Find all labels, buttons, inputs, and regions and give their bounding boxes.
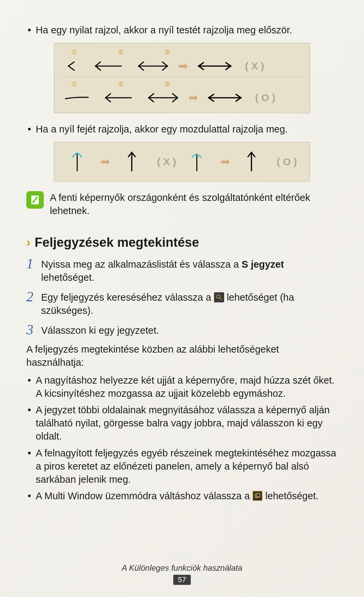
step-text: Válasszon ki egy jegyzetet. xyxy=(41,323,338,337)
step-text: Nyissa meg az alkalmazáslistát és válass… xyxy=(41,257,338,284)
step-label: ① xyxy=(71,48,77,57)
step-number: 2 xyxy=(26,290,41,317)
bullet-text: A nagyításhoz helyezze két ujját a képer… xyxy=(36,374,338,400)
arrow-two-stroke-head-icon xyxy=(67,150,87,173)
step-item: 2 Egy feljegyzés kereséséhez válassza a … xyxy=(26,290,338,317)
note-icon xyxy=(26,191,44,209)
page-number: 57 xyxy=(173,575,191,585)
bullet-marker: • xyxy=(26,24,36,37)
illustration-row-wrong: ➡ ( X ) xyxy=(62,58,302,74)
illustration-arrow-head: ➡ ( X ) ➡ ( O ) xyxy=(54,142,310,182)
illustration-row-right: ➡ ( O ) xyxy=(62,89,302,106)
step-label: ③ xyxy=(164,48,170,57)
svg-rect-3 xyxy=(256,494,260,497)
arrow-up-icon xyxy=(123,150,140,173)
result-arrow-icon: ➡ xyxy=(178,58,188,74)
result-arrow-icon: ➡ xyxy=(220,154,230,170)
note-callout: A fenti képernyők országonként és szolgá… xyxy=(26,191,338,217)
bullet-marker: • xyxy=(26,489,36,503)
paragraph-text: A feljegyzés megtekintése közben az aláb… xyxy=(26,343,338,369)
result-right-label: ( O ) xyxy=(255,91,275,105)
bullet-text: A jegyzet többi oldalainak megnyitásához… xyxy=(36,404,338,443)
step-number: 3 xyxy=(26,323,41,337)
bullet-marker: • xyxy=(26,447,36,486)
bullet-item: • A jegyzet többi oldalainak megnyitásáh… xyxy=(26,404,338,443)
bullet-item: • Ha egy nyilat rajzol, akkor a nyíl tes… xyxy=(26,24,338,37)
bullet-text: Ha a nyíl fejét rajzolja, akkor egy mozd… xyxy=(36,123,338,136)
bullet-text: A Multi Window üzemmódra váltáshoz válas… xyxy=(36,489,338,503)
note-text: A fenti képernyők országonként és szolgá… xyxy=(50,191,338,217)
page-content: • Ha egy nyilat rajzol, akkor a nyíl tes… xyxy=(26,24,338,503)
result-wrong-label: ( X ) xyxy=(157,155,176,169)
bullet-marker: • xyxy=(26,123,36,136)
sub-bullet-list: • A nagyításhoz helyezze két ujját a kép… xyxy=(26,374,338,503)
step-label: ① xyxy=(71,80,77,89)
result-arrow-icon: ➡ xyxy=(100,154,110,170)
result-arrow-icon: ➡ xyxy=(188,90,198,106)
arrow-bidir-icon xyxy=(145,89,182,106)
arrow-left-icon xyxy=(101,89,135,106)
page-footer: A Különleges funkciók használata 57 xyxy=(0,563,364,585)
step-item: 3 Válasszon ki egy jegyzetet. xyxy=(26,323,338,337)
step-numbers-row: ① ② ③ xyxy=(71,48,302,57)
bullet-item: • A nagyításhoz helyezze két ujját a kép… xyxy=(26,374,338,400)
step-text: Egy feljegyzés kereséséhez válassza a le… xyxy=(41,290,338,317)
step-label: ② xyxy=(118,80,124,89)
bullet-item: • A felnagyított feljegyzés egyéb részei… xyxy=(26,447,338,486)
bullet-text: Ha egy nyilat rajzol, akkor a nyíl testé… xyxy=(36,24,338,37)
arrow-single-stroke-head-icon xyxy=(187,150,207,173)
search-icon xyxy=(214,292,224,302)
bullet-marker: • xyxy=(26,374,36,400)
arrow-left-icon xyxy=(91,58,125,74)
footer-section-title: A Különleges funkciók használata xyxy=(0,563,364,573)
step-item: 1 Nyissa meg az alkalmazáslistát és vála… xyxy=(26,257,338,284)
section-title: Feljegyzések megtekintése xyxy=(35,234,199,251)
arrow-up-icon xyxy=(243,150,260,173)
step-label: ③ xyxy=(164,80,170,89)
chevron-icon: › xyxy=(26,234,31,251)
result-right-label: ( O ) xyxy=(277,155,297,169)
line-stroke-icon xyxy=(62,89,92,106)
bullet-item: • A Multi Window üzemmódra váltáshoz vál… xyxy=(26,489,338,503)
step-numbers-row: ① ② ③ xyxy=(71,80,302,89)
illustration-row: ➡ ( X ) ➡ ( O ) xyxy=(64,150,300,173)
section-heading: › Feljegyzések megtekintése xyxy=(26,234,338,251)
arrow-bidir-icon xyxy=(134,58,172,74)
svg-point-1 xyxy=(217,295,220,298)
result-wrong-label: ( X ) xyxy=(245,59,264,73)
illustration-arrow-body: ① ② ③ ➡ ( X ) ① ② ③ ➡ xyxy=(54,43,310,113)
bullet-marker: • xyxy=(26,404,36,443)
arrow-bidir-result-icon xyxy=(194,58,235,74)
bullet-text: A felnagyított feljegyzés egyéb részeine… xyxy=(36,447,338,486)
step-number: 1 xyxy=(26,257,41,284)
multi-window-icon xyxy=(252,491,263,501)
bullet-item: • Ha a nyíl fejét rajzolja, akkor egy mo… xyxy=(26,123,338,136)
arrow-bidir-result-icon xyxy=(205,89,245,106)
step-label: ② xyxy=(118,48,124,57)
arrow-head-only-icon xyxy=(62,58,82,74)
